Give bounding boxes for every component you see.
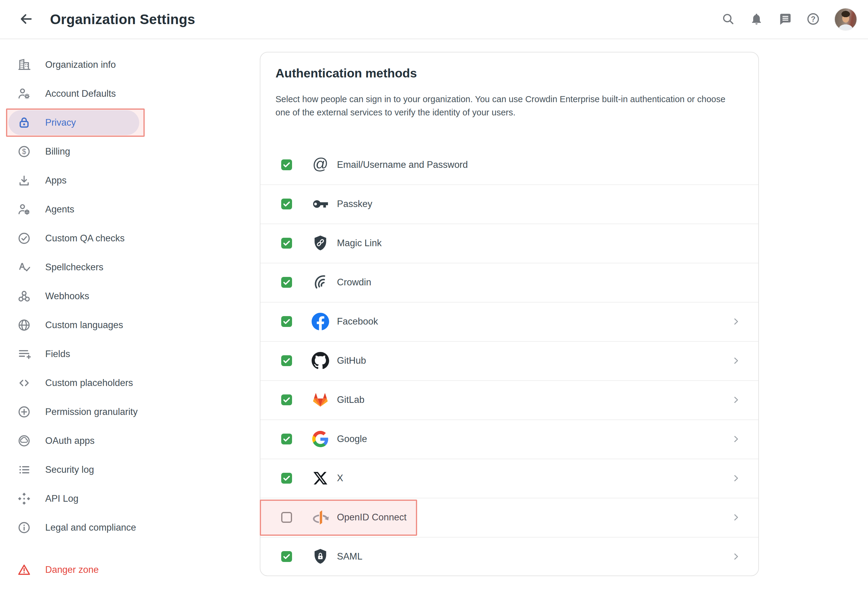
sidebar-item-account-defaults[interactable]: Account Defaults [0,79,260,108]
checkbox-x[interactable] [281,473,292,484]
auth-method-row-saml: SAML [260,537,758,576]
checkbox-email-username-password[interactable] [281,159,292,170]
svg-text:$: $ [22,148,26,155]
chevron-right-icon[interactable] [731,434,741,444]
chevron-right-icon[interactable] [731,394,741,405]
checkbox-facebook[interactable] [281,316,292,327]
sidebar-item-label: Permission granularity [45,407,138,417]
bell-icon [750,12,763,27]
sidebar-item-label: Agents [45,204,74,215]
checkbox-crowdin[interactable] [281,277,292,288]
checkbox-openid-connect[interactable] [281,512,292,523]
at-sign-icon: @ [310,155,330,175]
search-button[interactable] [721,12,735,27]
sidebar-item-custom-qa-checks[interactable]: Custom QA checks [0,224,260,253]
person-cube-icon [17,202,31,217]
chevron-right-icon[interactable] [731,473,741,484]
svg-text:@: @ [313,155,329,173]
card-description: Select how people can sign in to your or… [276,93,741,119]
sidebar-item-permission-granularity[interactable]: Permission granularity [0,397,260,426]
sidebar-item-oauth-apps[interactable]: OAuth apps [0,426,260,455]
auth-method-row-crowdin: Crowdin [260,263,758,302]
checkbox-saml[interactable] [281,551,292,562]
x-logo-icon [310,468,330,488]
checkbox-passkey[interactable] [281,199,292,209]
auth-method-row-gitlab: GitLab [260,380,758,419]
dollar-circle-icon: $ [17,145,31,159]
auth-method-row-email-username-password: @Email/Username and Password [260,145,758,184]
messages-button[interactable] [778,12,792,27]
checkbox-google[interactable] [281,434,292,444]
shield-link-icon [310,233,330,253]
sidebar-item-apps[interactable]: Apps [0,166,260,195]
sidebar-item-label: Account Defaults [45,88,116,99]
circle-plus-icon [17,405,31,419]
auth-method-row-facebook: Facebook [260,302,758,341]
github-icon [310,351,330,370]
auth-method-row-github: GitHub [260,341,758,380]
notifications-button[interactable] [749,12,764,27]
crowdin-icon [310,272,330,292]
sidebar-item-custom-languages[interactable]: Custom languages [0,311,260,339]
gitlab-icon [310,390,330,410]
sidebar-item-label: Custom QA checks [45,233,125,244]
list-bullets-icon [17,463,31,477]
auth-method-label: OpenID Connect [337,512,407,523]
sidebar-item-label: OAuth apps [45,435,94,446]
saml-shield-icon [310,547,330,566]
auth-method-label: Passkey [337,199,372,209]
auth-method-row-x: X [260,459,758,498]
app-header: Organization Settings ? [0,0,868,39]
sidebar-item-agents[interactable]: Agents [0,195,260,224]
search-icon [721,12,735,27]
passkey-key-icon [310,194,330,214]
sidebar-item-label: Security log [45,464,94,475]
back-arrow-icon [18,12,34,27]
sidebar-item-label: Custom languages [45,320,123,330]
api-diamonds-icon [17,491,31,506]
sidebar-item-api-log[interactable]: API Log [0,484,260,513]
sidebar-item-label: API Log [45,493,78,504]
chat-icon [778,12,792,27]
sidebar-item-privacy[interactable]: Privacy [0,108,260,137]
sidebar-item-legal-and-compliance[interactable]: Legal and compliance [0,513,260,542]
facebook-icon [310,311,330,332]
google-icon [310,429,330,449]
auth-method-label: Google [337,434,367,444]
check-circle-icon [17,231,31,246]
header-actions: ? [721,0,857,38]
auth-method-label: Facebook [337,316,378,327]
sidebar-item-organization-info[interactable]: Organization info [0,50,260,79]
user-avatar[interactable] [834,8,857,31]
spellcheck-icon [17,260,31,274]
auth-method-label: Magic Link [337,238,382,249]
sidebar-item-danger-zone[interactable]: Danger zone [0,555,260,584]
chevron-right-icon[interactable] [731,355,741,366]
sidebar-item-label: Apps [45,175,66,186]
chevron-right-icon[interactable] [731,316,741,327]
globe-icon [17,318,31,332]
auth-method-label: Crowdin [337,277,371,288]
lock-icon [17,115,31,130]
sidebar-item-fields[interactable]: Fields [0,339,260,369]
help-icon: ? [806,12,820,27]
sidebar-item-security-log[interactable]: Security log [0,455,260,484]
help-button[interactable]: ? [806,12,821,27]
auth-method-row-magic-link: Magic Link [260,224,758,263]
chevron-right-icon[interactable] [731,512,741,523]
card-title: Authentication methods [276,66,758,80]
sidebar-item-spellcheckers[interactable]: Spellcheckers [0,253,260,282]
checkbox-magic-link[interactable] [281,238,292,249]
sidebar-item-billing[interactable]: $Billing [0,137,260,166]
sidebar-item-label: Webhooks [45,291,89,302]
fields-icon [17,347,31,361]
checkbox-github[interactable] [281,355,292,366]
checkbox-gitlab[interactable] [281,394,292,405]
sidebar-item-custom-placeholders[interactable]: Custom placeholders [0,369,260,397]
chevron-right-icon[interactable] [731,551,741,562]
auth-method-label: X [337,473,343,484]
sidebar-item-webhooks[interactable]: Webhooks [0,282,260,311]
auth-method-row-google: Google [260,419,758,459]
back-button[interactable] [18,11,34,28]
sidebar-item-label: Spellcheckers [45,262,103,273]
